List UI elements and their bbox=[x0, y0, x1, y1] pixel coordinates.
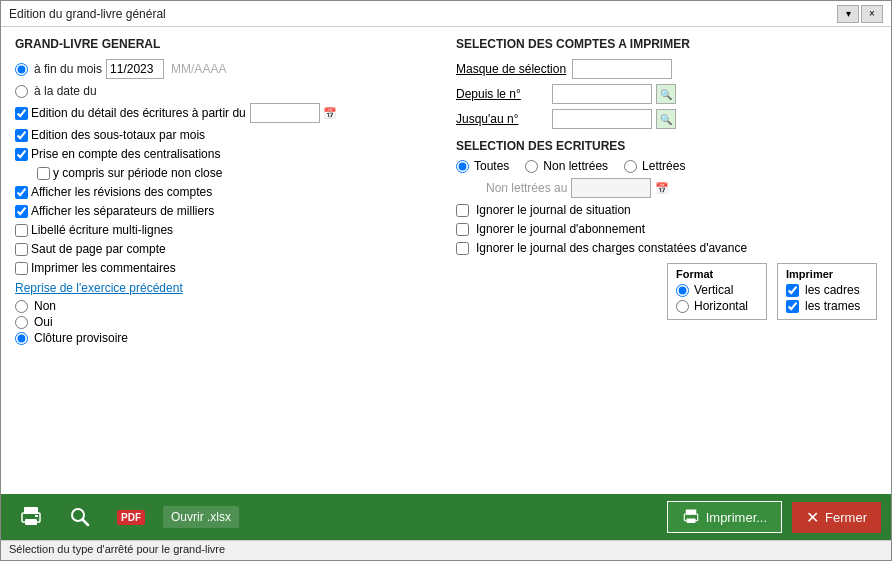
search-icon-button[interactable] bbox=[61, 502, 99, 532]
edition-detail-row: Edition du détail des écritures à partir… bbox=[15, 103, 436, 123]
non-lettrees-au-label: Non lettrées au bbox=[486, 181, 567, 195]
date-input[interactable] bbox=[106, 59, 164, 79]
depuis-browse-button[interactable]: 🔍 bbox=[656, 84, 676, 104]
imprimer-button[interactable]: Imprimer... bbox=[667, 501, 782, 533]
cb-cadres[interactable] bbox=[786, 284, 799, 297]
jusqua-row: Jusqu'au n° 🔍 bbox=[456, 109, 877, 129]
non-lettrees-text: Non lettrées bbox=[543, 159, 608, 173]
radio-toutes[interactable] bbox=[456, 160, 469, 173]
radio-date-du[interactable] bbox=[15, 85, 28, 98]
cb-periode-non-close[interactable] bbox=[37, 167, 50, 180]
svg-rect-8 bbox=[686, 519, 695, 524]
cb-ignorer-abonnement[interactable] bbox=[456, 223, 469, 236]
radio-reprise-non[interactable] bbox=[15, 300, 28, 313]
cadres-label: les cadres bbox=[805, 283, 860, 297]
close-window-button[interactable]: × bbox=[861, 5, 883, 23]
reprise-section: Reprise de l'exercice précédent Non Oui … bbox=[15, 281, 436, 345]
xlsx-label: Ouvrir .xlsx bbox=[163, 506, 239, 528]
window-title: Edition du grand-livre général bbox=[9, 7, 166, 21]
pdf-button[interactable]: PDF bbox=[109, 506, 153, 529]
reprise-non-row: Non bbox=[15, 299, 436, 313]
masque-input[interactable] bbox=[572, 59, 672, 79]
format-vertical-label: Vertical bbox=[694, 283, 733, 297]
non-lettrees-au-row: Non lettrées au 📅 bbox=[486, 178, 877, 198]
jusqua-browse-button[interactable]: 🔍 bbox=[656, 109, 676, 129]
radio-non-lettrees[interactable] bbox=[525, 160, 538, 173]
jusqua-label: Jusqu'au n° bbox=[456, 112, 546, 126]
radio-toutes-label: Toutes bbox=[456, 159, 509, 173]
masque-row: Masque de sélection bbox=[456, 59, 877, 79]
periode-non-close-row: y compris sur période non close bbox=[37, 166, 436, 180]
separateurs-row: Afficher les séparateurs de milliers bbox=[15, 204, 436, 218]
cb-edition-detail[interactable] bbox=[15, 107, 28, 120]
cb-ignorer-situation[interactable] bbox=[456, 204, 469, 217]
cb-sous-totaux[interactable] bbox=[15, 129, 28, 142]
revisions-label: Afficher les révisions des comptes bbox=[31, 185, 212, 199]
expand-button[interactable]: ▾ bbox=[837, 5, 859, 23]
radio-reprise-cloture[interactable] bbox=[15, 332, 28, 345]
depuis-field-group: 🔍 bbox=[552, 84, 676, 104]
reprise-label[interactable]: Reprise de l'exercice précédent bbox=[15, 281, 436, 295]
jusqua-input[interactable] bbox=[552, 109, 652, 129]
imprimer-cadres-row: les cadres bbox=[786, 283, 868, 297]
svg-rect-2 bbox=[25, 519, 37, 525]
cb-saut-page[interactable] bbox=[15, 243, 28, 256]
cb-ignorer-charges[interactable] bbox=[456, 242, 469, 255]
cb-commentaires[interactable] bbox=[15, 262, 28, 275]
radio-format-vertical[interactable] bbox=[676, 284, 689, 297]
search-icon bbox=[69, 506, 91, 528]
radio-lettrees-label: Lettrées bbox=[624, 159, 685, 173]
libelle-multi-label: Libellé écriture multi-lignes bbox=[31, 223, 173, 237]
selection-ecritures-title: SELECTION DES ECRITURES bbox=[456, 139, 877, 153]
left-column: GRAND-LIVRE GENERAL à fin du mois à la d… bbox=[15, 37, 436, 494]
radio-fin-mois[interactable] bbox=[15, 63, 28, 76]
cb-centralisations[interactable] bbox=[15, 148, 28, 161]
saut-page-row: Saut de page par compte bbox=[15, 242, 436, 256]
selection-comptes-title: SELECTION DES COMPTES A IMPRIMER bbox=[456, 37, 877, 51]
fermer-button[interactable]: ✕ Fermer bbox=[792, 502, 881, 533]
commentaires-label: Imprimer les commentaires bbox=[31, 261, 176, 275]
print-icon-button[interactable] bbox=[11, 501, 51, 533]
lettrees-text: Lettrées bbox=[642, 159, 685, 173]
main-window: Edition du grand-livre général ▾ × GRAND… bbox=[0, 0, 892, 561]
depuis-input[interactable] bbox=[552, 84, 652, 104]
cb-revisions[interactable] bbox=[15, 186, 28, 199]
imprimer-box: Imprimer les cadres les trames bbox=[777, 263, 877, 320]
cb-trames[interactable] bbox=[786, 300, 799, 313]
fin-mois-label: à fin du mois bbox=[34, 62, 102, 76]
cb-separateurs[interactable] bbox=[15, 205, 28, 218]
calendar-icon-2: 📅 bbox=[655, 182, 669, 195]
radio-format-horizontal[interactable] bbox=[676, 300, 689, 313]
ignorer-situation-label: Ignorer le journal de situation bbox=[476, 203, 631, 217]
reprise-cloture-label: Clôture provisoire bbox=[34, 331, 128, 345]
radio-lettrees[interactable] bbox=[624, 160, 637, 173]
radio-non-lettrees-label: Non lettrées bbox=[525, 159, 608, 173]
reprise-oui-label: Oui bbox=[34, 315, 53, 329]
cb-libelle-multi[interactable] bbox=[15, 224, 28, 237]
statusbar: Sélection du type d'arrêté pour le grand… bbox=[1, 540, 891, 560]
browse-icon: 🔍 bbox=[660, 89, 672, 100]
format-horizontal-label: Horizontal bbox=[694, 299, 748, 313]
non-lettrees-date-input[interactable] bbox=[571, 178, 651, 198]
pdf-icon: PDF bbox=[117, 510, 145, 525]
main-content: GRAND-LIVRE GENERAL à fin du mois à la d… bbox=[1, 27, 891, 494]
format-vertical-row: Vertical bbox=[676, 283, 758, 297]
detail-date-input[interactable] bbox=[250, 103, 320, 123]
ignorer-situation-row: Ignorer le journal de situation bbox=[456, 203, 877, 217]
reprise-non-label: Non bbox=[34, 299, 56, 313]
centralisations-row: Prise en compte des centralisations bbox=[15, 147, 436, 161]
toutes-text: Toutes bbox=[474, 159, 509, 173]
browse-icon-2: 🔍 bbox=[660, 114, 672, 125]
svg-line-5 bbox=[83, 520, 89, 526]
titlebar-buttons: ▾ × bbox=[837, 5, 883, 23]
ignorer-charges-label: Ignorer le journal des charges constatée… bbox=[476, 241, 747, 255]
depuis-row: Depuis le n° 🔍 bbox=[456, 84, 877, 104]
right-column: SELECTION DES COMPTES A IMPRIMER Masque … bbox=[456, 37, 877, 494]
radio-reprise-oui[interactable] bbox=[15, 316, 28, 329]
format-box: Format Vertical Horizontal bbox=[667, 263, 767, 320]
libelle-multi-row: Libellé écriture multi-lignes bbox=[15, 223, 436, 237]
reprise-oui-row: Oui bbox=[15, 315, 436, 329]
ignorer-abonnement-row: Ignorer le journal d'abonnement bbox=[456, 222, 877, 236]
format-imprimer-area: Format Vertical Horizontal Imprimer bbox=[456, 263, 877, 326]
separateurs-label: Afficher les séparateurs de milliers bbox=[31, 204, 214, 218]
